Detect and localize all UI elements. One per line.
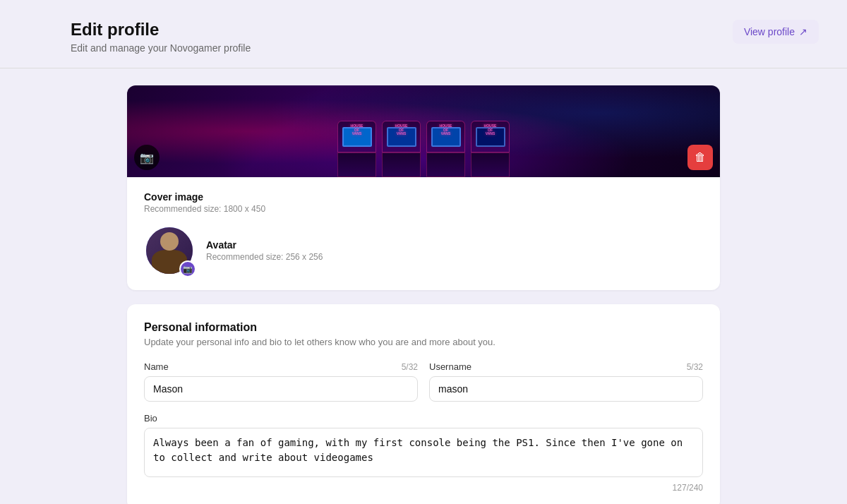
name-input[interactable] [144,376,418,402]
avatar-wrapper: 📷 [144,225,195,276]
arcade-top-3: HOUSEOFVANS [426,121,465,152]
name-username-row: Name 5/32 Username 5/32 [144,361,703,402]
arcade-decoration: HOUSEOFVANS HOUSEOFVANS HOUSEOFVANS [127,85,720,177]
name-counter: 5/32 [402,362,418,372]
arcade-machine-1: HOUSEOFVANS [337,121,376,177]
bio-label-row: Bio [144,413,703,424]
bio-input[interactable]: Always been a fan of gaming, with my fir… [144,428,703,477]
cover-camera-button[interactable]: 📷 [134,145,160,170]
cover-image-section: Cover image Recommended size: 1800 x 450 [144,191,703,214]
trash-icon: 🗑 [695,151,706,164]
cover-image-recommended: Recommended size: 1800 x 450 [144,204,703,214]
personal-info-title: Personal information [144,321,703,334]
bio-counter-row: 127/240 [144,483,703,493]
bio-counter: 127/240 [673,483,703,493]
cover-image-label: Cover image [144,191,703,203]
username-group: Username 5/32 [429,361,703,402]
camera-icon: 📷 [140,151,154,164]
page-subtitle: Edit and manage your Novogamer profile [71,42,251,54]
arcade-machine-3: HOUSEOFVANS [426,121,465,177]
content-area: HOUSEOFVANS HOUSEOFVANS HOUSEOFVANS [99,85,748,504]
avatar-label: Avatar [206,239,323,251]
view-profile-label: View profile [744,26,795,37]
arcade-top-2: HOUSEOFVANS [382,121,421,152]
page-title: Edit profile [71,20,251,40]
personal-info-card: Personal information Update your persona… [127,304,720,504]
personal-info-body: Personal information Update your persona… [127,304,720,504]
arcade-top-4: HOUSEOFVANS [471,121,510,152]
arcade-body-2 [382,152,421,177]
username-input[interactable] [429,376,703,402]
page-header: Edit profile Edit and manage your Novoga… [0,0,847,68]
username-label: Username [429,361,471,372]
arcade-machine-2: HOUSEOFVANS [382,121,421,177]
arcade-machine-4: HOUSEOFVANS [471,121,510,177]
view-profile-button[interactable]: View profile ↗ [733,20,819,44]
name-label: Name [144,361,169,372]
cover-delete-button[interactable]: 🗑 [687,145,713,170]
arcade-body-1 [337,152,376,177]
cover-info-body: Cover image Recommended size: 1800 x 450 [127,177,720,290]
bio-label: Bio [144,413,157,424]
external-link-icon: ↗ [799,26,807,37]
cover-image-wrapper: HOUSEOFVANS HOUSEOFVANS HOUSEOFVANS [127,85,720,177]
bio-group: Bio Always been a fan of gaming, with my… [144,413,703,493]
avatar-camera-icon: 📷 [183,265,193,274]
username-label-row: Username 5/32 [429,361,703,372]
cover-avatar-card: HOUSEOFVANS HOUSEOFVANS HOUSEOFVANS [127,85,720,290]
arcade-top-1: HOUSEOFVANS [337,121,376,152]
avatar-recommended: Recommended size: 256 x 256 [206,252,323,262]
avatar-section: 📷 Avatar Recommended size: 256 x 256 [144,225,703,276]
arcade-body-4 [471,152,510,177]
name-group: Name 5/32 [144,361,418,402]
avatar-camera-button[interactable]: 📷 [179,260,196,277]
header-divider [0,68,847,68]
name-label-row: Name 5/32 [144,361,418,372]
header-text: Edit profile Edit and manage your Novoga… [71,20,251,54]
username-counter: 5/32 [687,362,703,372]
avatar-info: Avatar Recommended size: 256 x 256 [206,239,323,262]
arcade-body-3 [426,152,465,177]
personal-info-desc: Update your personal info and bio to let… [144,337,703,347]
